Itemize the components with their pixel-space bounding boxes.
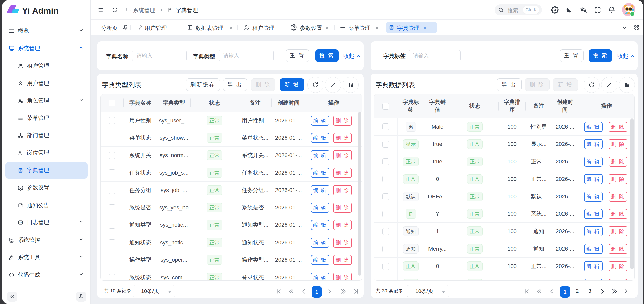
svg-text:DEV: DEV — [19, 221, 22, 223]
